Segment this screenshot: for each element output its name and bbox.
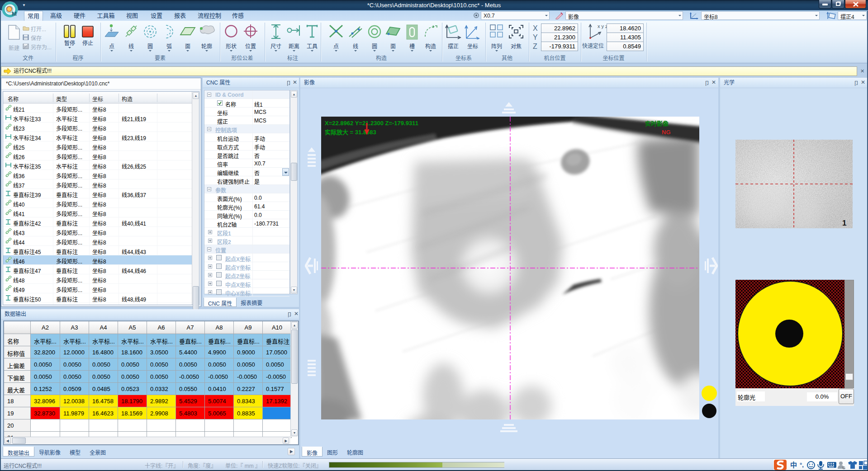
svg-text:1: 1 — [842, 219, 846, 227]
svg-text:实时影像: 实时影像 — [645, 120, 669, 127]
svg-text:M: M — [12, 10, 17, 17]
svg-text:°,: °, — [800, 462, 804, 468]
svg-text:G: G — [842, 466, 845, 470]
svg-text:NG: NG — [662, 129, 671, 136]
svg-text:中: 中 — [790, 461, 797, 469]
svg-text:X=22.8962 Y=21.2300 Z=-179.9: X=22.8962 Y=21.2300 Z=-179.9311 — [325, 120, 418, 127]
